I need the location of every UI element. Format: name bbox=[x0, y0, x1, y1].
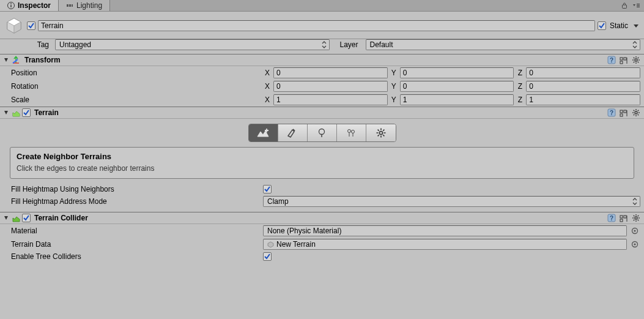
static-label: Static bbox=[609, 21, 629, 30]
svg-line-79 bbox=[638, 220, 639, 221]
rotation-z-input[interactable] bbox=[526, 81, 640, 92]
gear-icon[interactable] bbox=[632, 214, 640, 222]
gameobject-name-input[interactable] bbox=[38, 20, 595, 31]
scale-x-input[interactable] bbox=[273, 94, 388, 105]
scale-z-input[interactable] bbox=[526, 94, 640, 105]
svg-point-51 bbox=[319, 129, 325, 135]
axis-y-label: Y bbox=[390, 82, 398, 91]
svg-line-30 bbox=[638, 58, 639, 59]
transform-rotation-row: Rotation X Y Z bbox=[0, 80, 644, 93]
gear-icon[interactable] bbox=[632, 56, 640, 64]
rotation-x-input[interactable] bbox=[273, 81, 388, 92]
svg-rect-21 bbox=[620, 61, 623, 64]
svg-marker-84 bbox=[268, 242, 273, 247]
terrain-info-box: Create Neighbor Terrains Click the edges… bbox=[10, 147, 634, 179]
help-icon[interactable]: ? bbox=[607, 108, 616, 117]
transform-header[interactable]: Transform ? bbox=[0, 54, 644, 66]
enable-tree-label: Enable Tree Colliders bbox=[11, 252, 261, 261]
svg-line-48 bbox=[634, 114, 635, 116]
svg-point-73 bbox=[635, 217, 637, 219]
material-label: Material bbox=[11, 227, 261, 235]
svg-point-53 bbox=[348, 130, 351, 133]
material-value: None (Physic Material) bbox=[267, 227, 341, 235]
svg-rect-6 bbox=[623, 5, 627, 9]
help-icon[interactable]: ? bbox=[607, 56, 616, 64]
component-terrain: Terrain ? bbox=[0, 107, 644, 212]
transform-icon bbox=[11, 55, 21, 65]
foldout-arrow-icon[interactable] bbox=[2, 109, 10, 116]
svg-rect-4 bbox=[69, 4, 71, 7]
terrain-data-label: Terrain Data bbox=[11, 240, 261, 249]
address-mode-label: Fill Heightmap Address Mode bbox=[11, 197, 261, 206]
terrain-data-field[interactable]: New Terrain bbox=[263, 239, 627, 250]
tool-create-neighbor[interactable] bbox=[249, 124, 278, 141]
collider-title: Terrain Collider bbox=[32, 214, 606, 222]
gameobject-icon[interactable] bbox=[4, 15, 24, 36]
static-checkbox[interactable] bbox=[598, 21, 606, 30]
fill-neighbors-checkbox[interactable] bbox=[263, 185, 272, 193]
layer-dropdown[interactable]: Default bbox=[366, 39, 640, 50]
gameobject-active-checkbox[interactable] bbox=[27, 21, 35, 30]
svg-line-29 bbox=[638, 62, 639, 63]
tag-label: Tag bbox=[29, 40, 51, 49]
component-terrain-collider: Terrain Collider ? Material None (Physic… bbox=[0, 212, 644, 262]
position-x-input[interactable] bbox=[273, 67, 388, 78]
tool-paint-trees[interactable] bbox=[308, 124, 337, 141]
foldout-arrow-icon[interactable] bbox=[2, 214, 10, 222]
svg-line-31 bbox=[634, 62, 635, 63]
collider-header[interactable]: Terrain Collider ? bbox=[0, 212, 644, 224]
rotation-y-input[interactable] bbox=[400, 81, 514, 92]
component-transform: Transform ? Position X Y Z Rotation X bbox=[0, 54, 644, 107]
svg-rect-5 bbox=[72, 4, 73, 7]
tool-terrain-settings[interactable] bbox=[366, 124, 396, 141]
foldout-arrow-icon[interactable] bbox=[2, 56, 10, 64]
tab-inspector[interactable]: Inspector bbox=[0, 0, 59, 11]
svg-text:?: ? bbox=[610, 215, 613, 222]
svg-rect-36 bbox=[620, 110, 623, 113]
help-icon[interactable]: ? bbox=[607, 214, 616, 222]
rotation-label: Rotation bbox=[11, 82, 261, 91]
terrain-collider-icon bbox=[11, 213, 21, 223]
position-y-input[interactable] bbox=[400, 67, 514, 78]
tab-bar: Inspector Lighting bbox=[0, 0, 644, 12]
preset-icon[interactable] bbox=[620, 108, 628, 117]
layer-value: Default bbox=[370, 40, 393, 49]
context-menu-icon[interactable] bbox=[632, 2, 640, 9]
chevron-updown-icon bbox=[632, 198, 637, 205]
tab-lighting-label: Lighting bbox=[76, 1, 102, 10]
tag-dropdown[interactable]: Untagged bbox=[55, 39, 330, 50]
gear-icon[interactable] bbox=[632, 108, 640, 117]
address-mode-value: Clamp bbox=[267, 197, 289, 206]
tool-paint-terrain[interactable] bbox=[278, 124, 308, 141]
position-label: Position bbox=[11, 69, 261, 77]
transform-scale-row: Scale X Y Z bbox=[0, 93, 644, 107]
svg-point-2 bbox=[10, 3, 12, 4]
enable-tree-checkbox[interactable] bbox=[263, 252, 272, 261]
static-dropdown[interactable] bbox=[632, 21, 640, 30]
object-picker-icon[interactable] bbox=[629, 227, 640, 235]
tab-lighting[interactable]: Lighting bbox=[59, 0, 110, 11]
terrain-enabled-checkbox[interactable] bbox=[22, 108, 31, 117]
svg-line-78 bbox=[634, 216, 635, 217]
position-z-input[interactable] bbox=[526, 67, 640, 78]
svg-line-16 bbox=[13, 59, 18, 63]
axis-z-label: Z bbox=[516, 82, 524, 91]
svg-line-62 bbox=[377, 130, 379, 131]
lock-icon[interactable] bbox=[621, 2, 628, 9]
scale-y-input[interactable] bbox=[400, 94, 514, 105]
svg-line-47 bbox=[638, 110, 639, 111]
preset-icon[interactable] bbox=[620, 56, 628, 64]
tag-layer-row: Tag Untagged Layer Default bbox=[0, 39, 644, 54]
object-picker-icon[interactable] bbox=[629, 241, 640, 248]
tool-paint-details[interactable] bbox=[337, 124, 366, 141]
axis-x-label: X bbox=[263, 82, 272, 91]
address-mode-dropdown[interactable]: Clamp bbox=[263, 196, 640, 207]
svg-rect-70 bbox=[624, 216, 626, 218]
scale-label: Scale bbox=[11, 96, 261, 104]
collider-enabled-checkbox[interactable] bbox=[22, 214, 31, 222]
terrain-icon bbox=[11, 108, 21, 118]
material-field[interactable]: None (Physic Material) bbox=[263, 225, 627, 236]
preset-icon[interactable] bbox=[620, 214, 628, 222]
terrain-tools bbox=[0, 119, 644, 147]
terrain-header[interactable]: Terrain ? bbox=[0, 107, 644, 119]
